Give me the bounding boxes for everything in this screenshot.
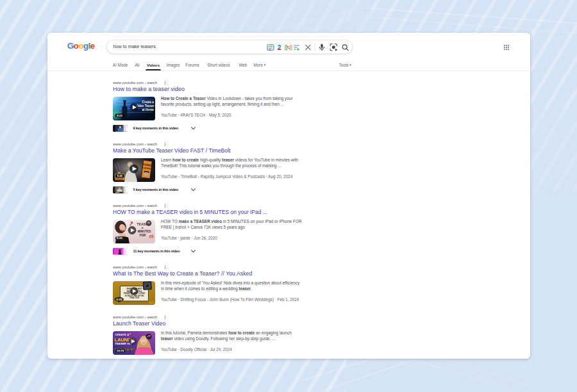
svg-text:8:23: 8:23 [117, 113, 122, 117]
svg-text:FINAL FILM: FINAL FILM [130, 297, 138, 299]
svg-text:at Home: at Home [142, 108, 154, 111]
svg-text:10:19: 10:19 [117, 348, 124, 352]
svg-text:BUNN: BUNN [149, 302, 154, 304]
svg-text:CREATE A: CREATE A [115, 333, 129, 336]
svg-text:6:35: 6:35 [117, 297, 122, 300]
svg-text:5:33: 5:33 [117, 236, 122, 240]
svg-text:Video Teaser: Video Teaser [136, 104, 155, 107]
svg-text:MINUTES: MINUTES [138, 229, 151, 233]
svg-text:FOR: FOR [140, 234, 146, 237]
svg-text:9:45: 9:45 [117, 174, 123, 177]
svg-text:Create a: Create a [142, 101, 154, 104]
